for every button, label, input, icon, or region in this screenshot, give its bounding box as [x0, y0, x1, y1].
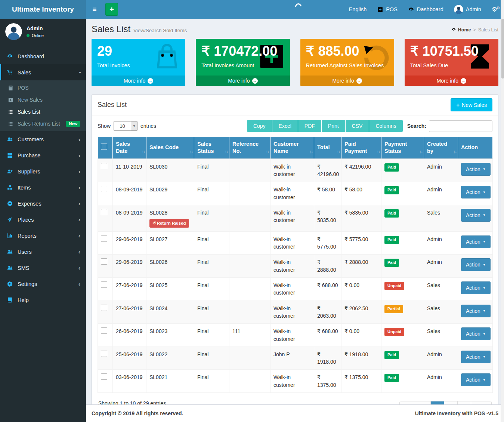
pagination-previous[interactable]: Previous	[400, 401, 431, 404]
caret-down-icon: ▼	[483, 332, 486, 336]
sort-icon[interactable]: ↑↓	[225, 149, 228, 155]
pagination-page-3[interactable]: 3	[457, 401, 471, 404]
sidebar-item-dashboard[interactable]: Dashboard	[0, 48, 86, 64]
export-pdf-button[interactable]: PDF	[298, 120, 322, 132]
more-info-link[interactable]: More info →	[196, 76, 290, 86]
pagination-next[interactable]: Next	[471, 401, 491, 404]
sort-icon[interactable]: ↑↓	[309, 149, 312, 155]
user-menu[interactable]: Admin	[449, 0, 486, 19]
more-info-link[interactable]: More info →	[300, 76, 394, 86]
sidebar-item-places[interactable]: Places‹	[0, 212, 86, 228]
export-columns-button[interactable]: Columns	[369, 120, 402, 132]
more-info-link[interactable]: More info →	[405, 76, 498, 86]
sidebar-item-sms[interactable]: SMS‹	[0, 260, 86, 276]
pagination-page-2[interactable]: 2	[444, 401, 457, 404]
nav-pos-link[interactable]: POS	[372, 0, 403, 19]
column-header-sales-code[interactable]: Sales Code↑↓	[146, 137, 194, 159]
payment-status-badge: Partial	[384, 305, 403, 313]
action-dropdown-button[interactable]: Action ▼	[461, 305, 491, 317]
nav-dashboard-link[interactable]: Dashboard	[403, 0, 449, 19]
column-header-action[interactable]: Action	[458, 137, 493, 159]
row-checkbox[interactable]	[101, 209, 107, 215]
row-checkbox[interactable]	[101, 186, 107, 192]
sidebar-subitem-pos[interactable]: POS	[0, 82, 86, 94]
table-toolbar: Show 10 ▼ entries CopyExcelPDFPrintCSVCo…	[98, 120, 492, 132]
column-header-customer-name[interactable]: Customer Name↑↓	[270, 137, 314, 159]
sort-icon[interactable]: ↑↓	[377, 149, 380, 155]
select-all-checkbox[interactable]	[101, 144, 107, 150]
sidebar-item-settings[interactable]: Settings‹	[0, 276, 86, 292]
language-label: English	[349, 6, 367, 12]
page-length-select[interactable]: 10 ▼	[114, 121, 137, 131]
column-header-created-by[interactable]: Created by↑↓	[424, 137, 458, 159]
sidebar-item-purchase[interactable]: Purchase‹	[0, 147, 86, 163]
pagination-page-1[interactable]: 1	[430, 401, 444, 404]
sidebar-item-items[interactable]: Items‹	[0, 179, 86, 195]
sidebar-item-users[interactable]: Users‹	[0, 244, 86, 260]
pagination: Previous123Next	[399, 401, 492, 404]
row-checkbox[interactable]	[101, 281, 107, 288]
search-control: Search:	[407, 120, 492, 132]
export-excel-button[interactable]: Excel	[272, 120, 298, 132]
new-sales-button[interactable]: +New Sales	[451, 98, 492, 111]
cell-select	[98, 346, 113, 370]
cell-reference-no	[229, 346, 270, 370]
app-brand[interactable]: Ultimate Inventory	[0, 0, 86, 19]
action-dropdown-button[interactable]: Action ▼	[461, 351, 491, 363]
sidebar-item-help[interactable]: Help	[0, 292, 86, 308]
sort-icon[interactable]: ↑↓	[453, 149, 456, 155]
sort-icon[interactable]: ↑↓	[337, 149, 340, 155]
row-checkbox[interactable]	[101, 373, 107, 380]
sort-icon[interactable]: ↑↓	[419, 149, 422, 155]
action-dropdown-button[interactable]: Action ▼	[461, 258, 491, 271]
sidebar-item-customers[interactable]: Customers‹	[0, 131, 86, 147]
arrow-circle-right-icon: →	[252, 78, 258, 84]
table-row: 29-06-2019SL0026FinalWalk-in customer₹ 2…	[98, 255, 493, 278]
column-header-sales-date[interactable]: Sales Date↑↓	[113, 137, 146, 159]
sidebar-subitem-new-sales[interactable]: New Sales	[0, 94, 86, 106]
select-all-header[interactable]	[98, 137, 113, 159]
row-checkbox[interactable]	[101, 327, 107, 334]
quick-add-button[interactable]: +	[105, 3, 118, 16]
sidebar-toggle-button[interactable]: ≡	[86, 0, 103, 19]
scrollbar[interactable]	[501, 0, 504, 422]
action-dropdown-button[interactable]: Action ▼	[461, 281, 491, 294]
search-input[interactable]	[429, 120, 492, 132]
action-dropdown-button[interactable]: Action ▼	[461, 209, 491, 222]
column-header-payment-status[interactable]: Payment Status↑↓	[381, 137, 424, 159]
row-checkbox[interactable]	[101, 351, 107, 357]
row-checkbox[interactable]	[101, 163, 107, 169]
column-header-paid-payment[interactable]: Paid Payment↑↓	[341, 137, 381, 159]
column-header-reference-no[interactable]: Reference No.↑↓	[229, 137, 270, 159]
row-checkbox[interactable]	[101, 235, 107, 242]
sort-icon[interactable]: ↑↓	[189, 149, 192, 155]
language-menu[interactable]: English	[344, 0, 372, 19]
more-info-link[interactable]: More info →	[92, 76, 185, 86]
action-dropdown-button[interactable]: Action ▼	[461, 163, 491, 176]
chevron-left-icon: ‹	[78, 232, 80, 239]
action-dropdown-button[interactable]: Action ▼	[461, 327, 491, 340]
export-print-button[interactable]: Print	[322, 120, 346, 132]
column-header-total[interactable]: Total↑↓	[314, 137, 341, 159]
column-header-sales-status[interactable]: Sales Status↑↓	[194, 137, 229, 159]
sort-icon[interactable]: ↑↓	[142, 149, 145, 155]
export-copy-button[interactable]: Copy	[247, 120, 272, 132]
sidebar-item-sales[interactable]: Sales‹	[0, 64, 86, 80]
sidebar-subitem-sales-list[interactable]: Sales List	[0, 106, 86, 118]
action-dropdown-button[interactable]: Action ▼	[461, 373, 491, 386]
cell-select	[98, 301, 113, 324]
sort-icon[interactable]: ↑↓	[266, 149, 269, 155]
table-row: 27-06-2019SL0025FinalWalk-in customer₹ 6…	[98, 278, 493, 301]
breadcrumb-home-link[interactable]: Home	[451, 27, 471, 33]
sidebar-item-expenses[interactable]: Expenses‹	[0, 195, 86, 212]
action-dropdown-button[interactable]: Action ▼	[461, 235, 491, 248]
export-csv-button[interactable]: CSV	[346, 120, 370, 132]
scrollbar-thumb[interactable]	[501, 19, 504, 78]
sidebar-subitem-sales-returns-list[interactable]: Sales Returns ListNew	[0, 118, 86, 130]
sidebar-item-reports[interactable]: Reports‹	[0, 228, 86, 244]
sidebar-item-suppliers[interactable]: Suppliers‹	[0, 163, 86, 179]
row-checkbox[interactable]	[101, 258, 107, 265]
action-dropdown-button[interactable]: Action ▼	[461, 186, 491, 198]
sidebar-item-label: Settings	[18, 281, 78, 287]
row-checkbox[interactable]	[101, 305, 107, 311]
